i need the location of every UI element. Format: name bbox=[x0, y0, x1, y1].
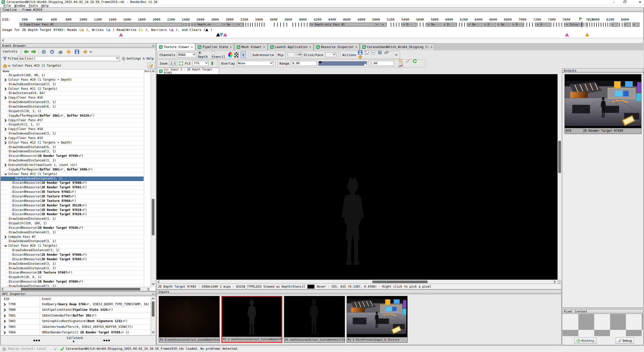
api-event-row[interactable]: 7800SetPipelineState(Pipeline State 1429… bbox=[1, 307, 151, 313]
home-icon[interactable] bbox=[3, 64, 7, 68]
hscroll-thumb[interactable] bbox=[21, 288, 140, 290]
usage-marker[interactable] bbox=[223, 33, 227, 36]
timeline-pass-block[interactable]: + Colou··· bbox=[566, 23, 581, 27]
timeline-header[interactable]: Timeline - Frame #1919 bbox=[1, 8, 643, 12]
tab-launch-application[interactable]: Launch Application× bbox=[268, 43, 314, 50]
event-row[interactable]: Copy/Clear Pass #17 bbox=[1, 118, 144, 123]
event-list-hscrollbar[interactable] bbox=[1, 287, 151, 291]
tree-collapsed-icon[interactable] bbox=[4, 137, 7, 141]
hscroll-thumb[interactable] bbox=[372, 281, 428, 283]
tree-collapsed-icon[interactable] bbox=[4, 163, 7, 168]
floppy-icon[interactable] bbox=[358, 50, 363, 55]
input-thumbnail[interactable]: PS 3 PostProcessInput_0_Texture bbox=[347, 296, 408, 343]
timeline-pass-block[interactable]: + De··· bbox=[468, 23, 483, 27]
tree-collapsed-icon[interactable] bbox=[3, 308, 6, 313]
tree-collapsed-icon[interactable] bbox=[4, 127, 7, 132]
event-row[interactable]: Dispatch(320, 180, 1) bbox=[1, 221, 144, 226]
binoculars-icon[interactable] bbox=[42, 50, 46, 54]
timeline-pass-block[interactable]: + D··· bbox=[536, 23, 550, 27]
timeline-ruler[interactable]: EID: 20040060080010001200140016001800200… bbox=[1, 12, 643, 23]
tree-collapsed-icon[interactable] bbox=[4, 235, 7, 240]
magnifier-icon[interactable] bbox=[398, 59, 403, 63]
timeline-pass-block[interactable]: + Depth-only Pass #5 bbox=[311, 23, 376, 27]
undo-icon[interactable] bbox=[413, 59, 417, 63]
input-thumbnail[interactable]: PS 2neTexturesStruct_CustomStencilText bbox=[284, 296, 345, 343]
vscroll-thumb[interactable] bbox=[152, 199, 154, 235]
event-row[interactable]: DiscardResource(2D Texture 97607) bbox=[1, 271, 144, 275]
timeline-pass-block[interactable]: + bbox=[611, 23, 618, 27]
scroll-right-icon[interactable] bbox=[147, 288, 149, 291]
event-row[interactable]: DrawIndexedInstanced(6, 1) bbox=[1, 105, 144, 109]
timeline-pass-block[interactable]: + De··· bbox=[223, 23, 237, 27]
viewer-hscrollbar[interactable] bbox=[156, 280, 557, 284]
event-row[interactable]: ExecuteIndirect(maxCount 1, count <1>) bbox=[1, 163, 144, 168]
column-event[interactable]: Event bbox=[42, 297, 51, 301]
timeline-pass-block[interactable]: + Depth-on··· bbox=[193, 23, 222, 27]
api-event-list[interactable]: 7799EndQuery(Query Heap 3766, D3D12_QUER… bbox=[1, 301, 151, 335]
usage-marker[interactable] bbox=[565, 33, 569, 36]
actions-more-dropdown[interactable] bbox=[395, 54, 398, 56]
event-row[interactable]: DiscardResource(2D Render Target 97610) bbox=[1, 208, 144, 213]
fit-label[interactable]: Fit bbox=[185, 62, 191, 65]
timeline-pass-block[interactable]: + bbox=[237, 23, 243, 27]
event-row[interactable]: DrawIndexedInstanced(3, 1) bbox=[1, 230, 144, 235]
tree-collapsed-icon[interactable] bbox=[3, 302, 6, 307]
tree-expandd-icon[interactable] bbox=[4, 244, 7, 248]
channels-select[interactable]: RGBA bbox=[177, 52, 196, 57]
timeline-pass-block[interactable]: + De··· bbox=[497, 23, 511, 27]
input-thumbnail[interactable]: PS 1 eneTexturesStruct_CustomDepthTextu bbox=[221, 296, 282, 343]
tree-collapsed-icon[interactable] bbox=[4, 141, 7, 145]
gamma-button[interactable]: γ bbox=[240, 52, 246, 58]
event-row[interactable]: DiscardResource(2D Render Target 97601) bbox=[1, 185, 144, 190]
event-row[interactable]: DiscardResource(2D Render Target 97600) bbox=[1, 181, 144, 186]
pixel-context-title[interactable]: Pixel Context bbox=[562, 310, 643, 314]
tab-close-icon[interactable]: × bbox=[431, 45, 432, 49]
event-row[interactable]: DrawIndexedInstanced(3, 1) bbox=[1, 82, 144, 87]
output-thumbnail[interactable]: RT0 2D Render Target 97599 bbox=[565, 74, 641, 134]
flip-vertical-icon[interactable] bbox=[210, 61, 214, 66]
event-row[interactable]: Dispatch(160, 90, 1) bbox=[1, 73, 144, 78]
clock-icon[interactable] bbox=[50, 50, 54, 54]
slice-select[interactable] bbox=[325, 52, 336, 57]
event-row[interactable]: Dispatch(10, 1, 1) bbox=[1, 109, 144, 114]
viewer-vscrollbar[interactable] bbox=[557, 74, 561, 280]
timeline-pass-block[interactable]: + bbox=[376, 23, 381, 27]
settings-help-link[interactable]: Settings & Help bbox=[127, 57, 154, 60]
scroll-up-icon[interactable] bbox=[152, 297, 155, 300]
callstack-expand-icon[interactable]: ▲ bbox=[73, 339, 74, 343]
event-row[interactable]: CopyBufferRegion(Buffer 3861, Buffer 942… bbox=[1, 114, 144, 118]
tree-collapsed-icon[interactable] bbox=[3, 319, 6, 324]
usage-marker[interactable] bbox=[219, 33, 223, 36]
tab-close-icon[interactable]: × bbox=[191, 45, 193, 49]
api-event-row[interactable]: 7801IASetIndexBuffer(Buffer 302) bbox=[1, 313, 151, 319]
range-max-input[interactable]: 1.00 bbox=[369, 61, 394, 66]
timeline-pass-block[interactable]: + D··· bbox=[512, 23, 523, 27]
timeline-pass-block[interactable]: + D··· bbox=[484, 23, 496, 27]
link-icon[interactable] bbox=[384, 50, 389, 55]
menu-help[interactable]: Help bbox=[41, 4, 49, 8]
timeline-pass-block[interactable]: + D··· bbox=[443, 23, 456, 27]
event-browser-title[interactable]: Event Browser × bbox=[1, 44, 156, 48]
event-row[interactable]: DiscardResource(2D Texture 97604) bbox=[1, 199, 144, 204]
filter-dropdown-icon[interactable] bbox=[116, 57, 119, 59]
scroll-down-icon[interactable] bbox=[152, 283, 155, 285]
usage-marker[interactable] bbox=[585, 33, 589, 36]
depth-radio[interactable]: Depth bbox=[198, 51, 210, 59]
tree-collapsed-icon[interactable] bbox=[4, 87, 7, 92]
column-eid[interactable]: EID bbox=[4, 297, 9, 301]
filter-input[interactable]: $action() bbox=[18, 56, 119, 61]
bookmark-edit-button[interactable] bbox=[148, 63, 155, 69]
asterisk-icon[interactable] bbox=[66, 50, 71, 54]
event-row[interactable]: Copy/Clear Pass #18 bbox=[1, 127, 144, 132]
event-row[interactable]: Colour Pass #12 (1 Targets + Depth) bbox=[1, 141, 144, 145]
api-vscrollbar[interactable] bbox=[151, 297, 155, 335]
event-row[interactable]: DrawIndexedInstanced(3, 1) bbox=[1, 239, 144, 244]
replay-context-dropdown[interactable] bbox=[54, 348, 57, 350]
zoom-1-1-button[interactable]: 1:1 bbox=[169, 61, 177, 66]
menu-file[interactable]: File bbox=[4, 4, 11, 8]
plugin-icon[interactable] bbox=[358, 55, 363, 59]
callstack-bar[interactable]: ●●● Callstack ▲ ●●● bbox=[1, 335, 156, 345]
close-button[interactable]: × bbox=[635, 0, 644, 4]
fit-icon[interactable] bbox=[179, 61, 183, 66]
event-row[interactable]: Colour Pass #11 (2 Targets) bbox=[1, 87, 144, 92]
